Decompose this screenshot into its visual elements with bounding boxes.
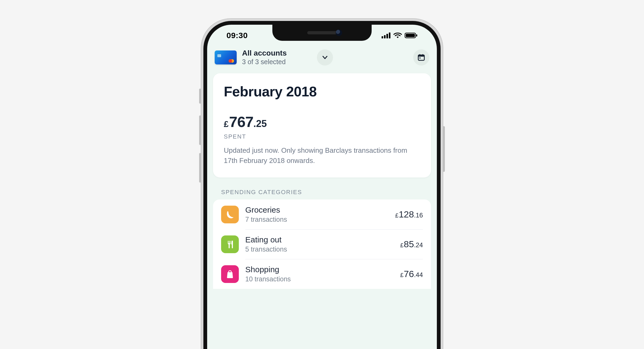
- category-name: Eating out: [245, 235, 394, 244]
- earpiece-speaker: [307, 31, 337, 34]
- summary-card: February 2018 £ 767 .25 SPENT Updated ju…: [213, 73, 431, 177]
- categories-list: Groceries7 transactions£128.16Eating out…: [213, 199, 431, 289]
- card-thumbnail-icon: [215, 50, 237, 64]
- volume-down-button: [199, 153, 201, 183]
- chevron-down-icon: [321, 54, 328, 61]
- svg-rect-11: [419, 57, 420, 59]
- calendar-button[interactable]: [413, 49, 429, 66]
- summary-amount: £ 767 .25: [224, 113, 420, 130]
- category-name: Shopping: [245, 265, 394, 274]
- cellular-signal-icon: [382, 32, 391, 38]
- calendar-icon: [417, 53, 425, 61]
- summary-amount-fraction: .25: [253, 118, 267, 129]
- svg-rect-9: [419, 54, 420, 56]
- summary-currency: £: [224, 119, 229, 129]
- svg-rect-6: [416, 34, 417, 37]
- svg-rect-3: [389, 32, 390, 38]
- category-amount: £76.44: [400, 269, 423, 279]
- svg-rect-0: [382, 36, 383, 38]
- banana-icon: [221, 206, 239, 223]
- category-amount: £85.24: [400, 239, 423, 249]
- status-time: 09:30: [226, 31, 248, 40]
- summary-amount-whole: 767: [229, 113, 253, 130]
- category-subtitle: 10 transactions: [245, 275, 394, 283]
- svg-rect-1: [384, 35, 386, 38]
- category-row[interactable]: Groceries7 transactions£128.16: [213, 199, 431, 229]
- category-subtitle: 7 transactions: [245, 216, 389, 223]
- summary-month: February 2018: [224, 83, 420, 100]
- svg-rect-5: [406, 34, 415, 37]
- mute-switch: [199, 89, 201, 104]
- screen: 09:30: [207, 25, 437, 349]
- category-row[interactable]: Eating out5 transactions£85.24: [213, 229, 431, 259]
- category-row[interactable]: Shopping10 transactions£76.44: [213, 259, 431, 289]
- front-camera: [336, 30, 342, 36]
- summary-note: Updated just now. Only showing Barclays …: [224, 146, 412, 166]
- account-picker-title: All accounts: [242, 49, 312, 57]
- category-amount: £128.16: [395, 209, 423, 220]
- categories-section-label: SPENDING CATEGORIES: [221, 189, 429, 196]
- svg-rect-10: [422, 54, 423, 56]
- category-subtitle: 5 transactions: [245, 245, 394, 253]
- phone-frame: 09:30: [201, 19, 443, 349]
- volume-up-button: [199, 115, 201, 145]
- power-button: [443, 126, 445, 172]
- svg-rect-8: [418, 55, 425, 56]
- account-picker-subtitle: 3 of 3 selected: [242, 58, 312, 66]
- account-expand-button[interactable]: [317, 49, 333, 66]
- shopping-bag-icon: [221, 265, 239, 283]
- summary-spent-label: SPENT: [224, 133, 420, 140]
- svg-rect-2: [386, 34, 388, 38]
- category-name: Groceries: [245, 205, 389, 215]
- cutlery-icon: [221, 235, 239, 253]
- battery-icon: [405, 32, 418, 38]
- wifi-icon: [393, 32, 402, 38]
- account-picker[interactable]: All accounts 3 of 3 selected: [213, 46, 431, 73]
- notch: [272, 25, 372, 41]
